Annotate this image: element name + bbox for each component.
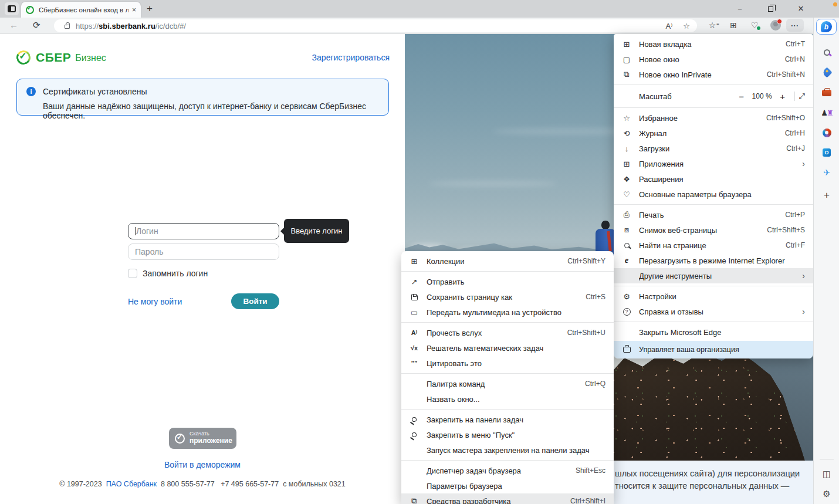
menu-item-label: Избранное xyxy=(639,114,759,123)
menu-item-history[interactable]: ⟲ЖурналCtrl+H xyxy=(614,126,813,141)
login-tooltip: Введите логин xyxy=(284,219,349,243)
download-app-badge[interactable]: Скачать приложение xyxy=(169,428,236,449)
search-icon[interactable] xyxy=(814,43,839,61)
new-tab-button[interactable]: + xyxy=(147,3,153,15)
menu-item-name-window[interactable]: Назвать окно... xyxy=(401,391,614,407)
outlook-icon[interactable]: O xyxy=(814,144,839,161)
sidebar-panel-icon[interactable]: ◫ xyxy=(814,465,839,483)
menu-item-taskbar-pin-wizard[interactable]: Запуск мастера закрепления на панели зад… xyxy=(401,442,614,458)
browser-essentials-icon[interactable]: ♡ xyxy=(744,21,765,30)
login-input[interactable]: Логин xyxy=(128,223,279,239)
menu-item-new-tab[interactable]: ⊞Новая вкладкаCtrl+T xyxy=(614,36,813,52)
quote-icon: ”” xyxy=(409,360,420,367)
menu-item-reload-in-ie-mode[interactable]: eПерезагрузить в режиме Internet Explore… xyxy=(614,253,813,268)
menu-item-label: Расширения xyxy=(639,175,805,184)
menu-item-label: Закрыть Microsoft Edge xyxy=(639,328,805,337)
menu-item-apps[interactable]: ⊞Приложения› xyxy=(614,156,813,171)
menu-item-save-page-as[interactable]: Сохранить страницу какCtrl+S xyxy=(401,289,614,305)
menu-item-downloads[interactable]: ↓ЗагрузкиCtrl+J xyxy=(614,141,813,156)
menu-item-developer-tools[interactable]: ⧉Средства разработчикаCtrl+Shift+I xyxy=(401,493,614,504)
menu-item-browser-task-manager[interactable]: Диспетчер задач браузераShift+Esc xyxy=(401,463,614,478)
settings-gear-icon[interactable]: ⚙ xyxy=(814,485,839,503)
password-input[interactable]: Пароль xyxy=(128,243,279,260)
menu-divider xyxy=(614,84,813,85)
tools-icon[interactable] xyxy=(814,84,839,102)
games-icon[interactable]: ♟♜ xyxy=(814,104,839,121)
menu-item-pin-to-taskbar[interactable]: Закрепить на панели задач xyxy=(401,412,614,427)
read-aloud-icon[interactable]: A⁾ xyxy=(665,22,672,31)
menu-item-close-edge[interactable]: Закрыть Microsoft Edge xyxy=(614,324,813,340)
demo-mode-link[interactable]: Войти в деморежим xyxy=(0,460,405,469)
more-menu-icon[interactable]: ⋯ xyxy=(786,19,804,32)
tab-close-icon[interactable]: × xyxy=(132,6,136,14)
login-button[interactable]: Войти xyxy=(231,293,279,309)
register-link[interactable]: Зарегистрироваться xyxy=(312,53,390,62)
menu-item-label: Приложения xyxy=(639,160,796,168)
menu-item-shortcut: Ctrl+T xyxy=(786,40,805,48)
window-restore-button[interactable] xyxy=(757,0,784,18)
menu-item-new-inprivate-window[interactable]: ⧉Новое окно InPrivateCtrl+Shift+N xyxy=(614,67,813,82)
menu-item-new-window[interactable]: ▢Новое окноCtrl+N xyxy=(614,52,813,67)
menu-item-label: Закрепить на панели задач xyxy=(427,415,605,424)
tab-title: СберБизнес онлайн вход в лич xyxy=(39,6,128,13)
microsoft365-icon[interactable] xyxy=(814,124,839,141)
menu-item-collections[interactable]: ⊞КоллекцииCtrl+Shift+Y xyxy=(401,253,614,269)
remember-login-checkbox[interactable] xyxy=(128,269,137,278)
cant-login-link[interactable]: Не могу войти xyxy=(128,297,182,306)
menu-item-pin-to-start[interactable]: Закрепить в меню "Пуск" xyxy=(401,427,614,442)
menu-item-help-and-feedback[interactable]: ?Справка и отзывы› xyxy=(614,304,813,319)
menu-item-cite-this[interactable]: ””Цитировать это xyxy=(401,356,614,371)
menu-item-shortcut: Ctrl+Shift+N xyxy=(767,70,805,79)
browser-tab[interactable]: СберБизнес онлайн вход в лич × xyxy=(21,2,141,18)
menu-item-browser-settings[interactable]: Параметры браузера xyxy=(401,478,614,493)
menu-item-web-capture[interactable]: ⧈Снимок веб-страницыCtrl+Shift+S xyxy=(614,222,813,238)
company-link[interactable]: ПАО Сбербанк xyxy=(106,480,157,488)
menu-item-label: Найти на странице xyxy=(639,241,779,250)
menu-item-cast-media[interactable]: ▭Передать мультимедиа на устройство xyxy=(401,305,614,320)
drop-icon[interactable]: ✈ xyxy=(814,164,839,181)
text-caret xyxy=(135,227,136,235)
menu-item-shortcut: Ctrl+Shift+U xyxy=(567,329,605,337)
add-icon[interactable]: + xyxy=(814,187,839,204)
menu-item-print[interactable]: ⎙ПечатьCtrl+P xyxy=(614,207,813,222)
menu-item-math-solver[interactable]: √xРешатель математических задач xyxy=(401,340,614,356)
banner-body: Ваши данные надёжно защищены, доступ к и… xyxy=(43,102,379,120)
brand-suffix: Бизнес xyxy=(75,53,106,63)
read-aloud-icon: A⁾ xyxy=(409,329,420,337)
menu-item-favorites[interactable]: ☆ИзбранноеCtrl+Shift+O xyxy=(614,110,813,126)
favorites-bar-icon[interactable]: ☆ xyxy=(702,21,723,30)
menu-item-share[interactable]: ↗Отправить xyxy=(401,274,614,289)
menu-item-settings[interactable]: ⚙Настройки xyxy=(614,289,813,304)
back-icon[interactable]: ← xyxy=(9,20,18,30)
window-close-button[interactable]: × xyxy=(787,0,814,18)
menu-item-find-on-page[interactable]: Найти на страницеCtrl+F xyxy=(614,238,813,253)
shopping-icon[interactable] xyxy=(814,63,839,81)
bing-chat-icon[interactable]: b xyxy=(816,19,837,35)
zoom-out-button[interactable]: − xyxy=(734,92,749,102)
menu-item-read-aloud[interactable]: A⁾Прочесть вслухCtrl+Shift+U xyxy=(401,325,614,340)
tab-actions-button[interactable] xyxy=(5,2,19,15)
profile-avatar[interactable] xyxy=(770,20,781,31)
favorite-star-icon[interactable]: ☆ xyxy=(683,22,690,31)
window-minimize-button[interactable]: − xyxy=(726,0,753,18)
sber-login-page: СБЕР Бизнес Зарегистрироваться i Сертифи… xyxy=(0,34,405,504)
menu-item-zoom[interactable]: Масштаб−100 %+⤢ xyxy=(614,87,813,105)
menu-item-label: Перезагрузить в режиме Internet Explorer xyxy=(639,256,805,265)
menu-item-label: Новая вкладка xyxy=(639,40,779,49)
menu-item-managed-by-org[interactable]: Управляет ваша организация xyxy=(614,341,813,358)
refresh-icon[interactable]: ⟳ xyxy=(33,20,40,31)
find-icon xyxy=(621,243,632,248)
menu-item-label: Настройки xyxy=(639,292,805,301)
zoom-in-button[interactable]: + xyxy=(775,92,790,102)
cookie-close-icon[interactable]: × xyxy=(789,468,797,483)
menu-item-command-palette[interactable]: Палитра командCtrl+Q xyxy=(401,376,614,391)
fullscreen-icon[interactable]: ⤢ xyxy=(799,92,805,101)
menu-item-more-tools[interactable]: Другие инструменты› xyxy=(614,268,813,283)
cloud xyxy=(428,181,557,187)
cast-icon: ▭ xyxy=(409,308,420,317)
menu-item-browser-essentials[interactable]: ♡Основные параметры браузера xyxy=(614,187,813,202)
phone-3: с мобильных 0321 xyxy=(283,480,346,488)
address-bar[interactable]: https://sbi.sberbank.ru/ic/dcb/#/ A⁾ ☆ xyxy=(54,19,697,32)
collections-icon[interactable]: ⊞ xyxy=(723,21,744,30)
menu-item-extensions[interactable]: ❖Расширения xyxy=(614,171,813,187)
